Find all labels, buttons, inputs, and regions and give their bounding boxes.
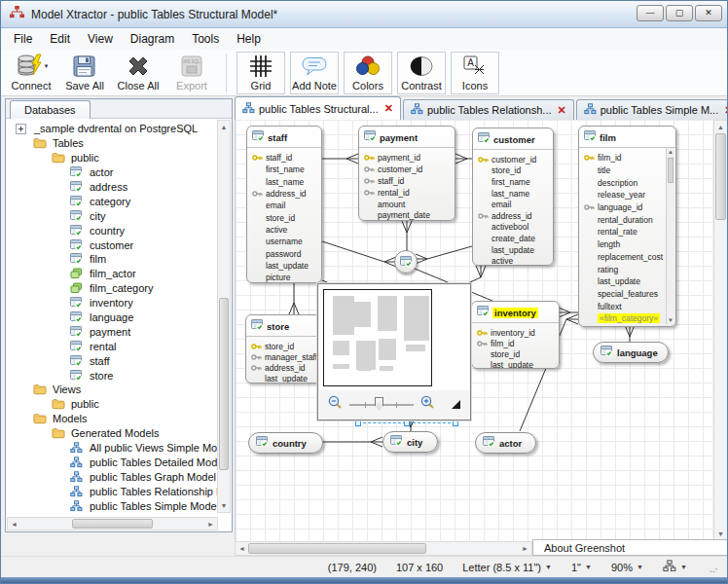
field-picture[interactable]: picture [252,272,319,283]
tree-item-customer[interactable]: customer [8,237,218,252]
field-password[interactable]: password [252,247,319,259]
field-film_id[interactable]: film_id [584,152,673,164]
field-last_update[interactable]: last_update [478,244,551,256]
diagram-tab-2[interactable]: public Tables Relationsh...✕ [403,99,574,120]
connect-button[interactable]: ▾Connect [7,52,55,94]
menu-diagram[interactable]: Diagram [122,29,183,49]
tree-item-category[interactable]: category [8,194,218,208]
field-staff_id[interactable]: staff_id [364,175,453,187]
diagram-canvas[interactable]: staffstaff_idfirst_namelast_nameaddress_… [235,120,712,541]
tree-item-actor[interactable]: actor [8,165,218,180]
status-model-selector[interactable]: ▼ [663,560,687,574]
tree-item-public-tables-detailed-mode[interactable]: public Tables Detailed Mode [8,455,218,469]
field-email[interactable]: email [252,200,319,211]
colors-button[interactable]: Colors [344,52,392,94]
field-create_date[interactable]: create_date [478,233,551,244]
contrast-button[interactable]: Contrast [397,52,446,94]
close-all-button[interactable]: Close All [114,52,163,94]
scroll-thumb[interactable] [668,158,673,183]
field-last_name[interactable]: last_name [252,176,319,188]
tree-item-inventory[interactable]: inventory [8,296,218,310]
dropdown-arrow-icon[interactable]: ▼ [637,564,643,570]
selection-handle[interactable] [453,420,458,426]
tree-item-film-actor[interactable]: film_actor [8,267,218,281]
field-payment_date[interactable]: payment_date [364,209,453,221]
field-fulltext[interactable]: fulltext [584,300,673,312]
maximize-button[interactable]: ▢ [666,5,693,21]
entity-rental-node[interactable] [394,250,418,274]
field-active[interactable]: active [252,224,319,236]
diagram-tab-1[interactable]: public Tables Structural...✕ [235,96,401,120]
field-first_name[interactable]: first_name [478,176,551,188]
tree-item-film-category[interactable]: film_category [8,281,218,296]
about-greenshot-overlay[interactable]: About Greenshot [532,539,728,556]
entity-country-collapsed[interactable]: country [248,432,323,454]
close-tab-icon[interactable]: ✕ [384,102,393,115]
dropdown-arrow-icon[interactable]: ▼ [545,564,552,570]
tree-item-views[interactable]: Views [8,383,218,397]
field-rating[interactable]: rating [584,263,673,275]
dropdown-arrow-icon[interactable]: ▼ [680,564,687,570]
diagram-horizontal-scrollbar[interactable]: ◄► [235,541,532,556]
scroll-arrow[interactable]: ▲ [714,121,727,133]
scroll-arrow[interactable]: ▲ [218,121,230,133]
diagram-vertical-scrollbar[interactable]: ▲▼ [713,120,728,541]
tree-item-rental[interactable]: rental [8,339,218,353]
tree-item-all-public-views-simple-mod[interactable]: All public Views Simple Mod [8,441,218,456]
tree-item-country[interactable]: country [8,223,218,237]
field-replacement_cost[interactable]: replacement_cost [584,251,673,264]
status-paper-size[interactable]: Letter (8.5 x 11")▼ [462,562,552,573]
scroll-arrow[interactable]: ▼ [667,316,674,324]
field-film_category[interactable]: «film_category» [584,312,673,325]
scroll-arrow[interactable]: ► [204,518,217,529]
field-email[interactable]: email [478,199,551,210]
tree-item-store[interactable]: store [8,368,218,383]
entity-payment[interactable]: paymentpayment_idcustomer_idstaff_idrent… [358,126,455,221]
selection-handle[interactable] [355,420,361,426]
tree-item-public[interactable]: public [8,151,218,165]
grid-button[interactable]: Grid [237,52,285,94]
field-last_update[interactable]: last_update [584,275,673,288]
diagram-tab-3[interactable]: public Tables Simple M...✕ [576,99,728,120]
field-last_update[interactable]: last_update [477,359,557,369]
tree-item-public-tables-graph-model[interactable]: public Tables Graph Model [8,469,218,484]
field-last_update[interactable]: last_update [252,260,319,272]
field-address_id[interactable]: address_id [478,210,551,222]
tree-item-payment[interactable]: payment [8,324,218,339]
scroll-thumb[interactable] [219,298,229,470]
scroll-thumb[interactable] [248,543,426,554]
field-rental_duration[interactable]: rental_duration [584,213,673,226]
entity-language-collapsed[interactable]: language [593,342,669,363]
field-customer_id[interactable]: customer_id [478,154,551,165]
field-last_name[interactable]: last_name [478,188,551,200]
selection-handle[interactable] [404,420,410,426]
close-tab-icon[interactable]: ✕ [724,104,728,117]
field-address_id[interactable]: address_id [252,188,319,200]
tree-vertical-scrollbar[interactable]: ▲▼ [217,120,231,513]
scroll-arrow[interactable]: ► [519,542,531,555]
field-special_features[interactable]: special_features [584,288,673,301]
tree-item-generated-models[interactable]: Generated Models [8,426,218,441]
field-rental_id[interactable]: rental_id [364,187,453,199]
status-zoom-level[interactable]: 90%▼ [611,562,643,573]
field-activebool[interactable]: activebool [478,222,551,234]
tree-horizontal-scrollbar[interactable]: ◄► [7,517,218,530]
entity-staff[interactable]: staffstaff_idfirst_namelast_nameaddress_… [246,126,322,283]
entity-film[interactable]: filmfilm_idtitledescriptionrelease_yearl… [578,126,676,327]
minimize-button[interactable]: — [637,5,664,21]
tree-item-film[interactable]: film [8,252,218,267]
minimap-viewport[interactable] [323,289,432,386]
entity-inventory[interactable]: inventoryinventory_idfilm_idstore_idlast… [471,301,560,369]
field-title[interactable]: title [584,164,673,177]
tree-item-public[interactable]: public [8,397,218,412]
field-username[interactable]: username [252,236,319,247]
tree-item-public-tables-relationship-m[interactable]: public Tables Relationship M [8,484,218,498]
minimap-resize-handle[interactable] [452,400,460,409]
field-customer_id[interactable]: customer_id [364,164,453,175]
zoom-in-icon[interactable] [420,395,435,414]
icons-button[interactable]: AIcons [451,52,499,94]
close-tab-icon[interactable]: ✕ [558,104,566,117]
field-store_id[interactable]: store_id [478,165,551,177]
field-description[interactable]: description [584,176,673,189]
menu-file[interactable]: File [5,29,41,49]
